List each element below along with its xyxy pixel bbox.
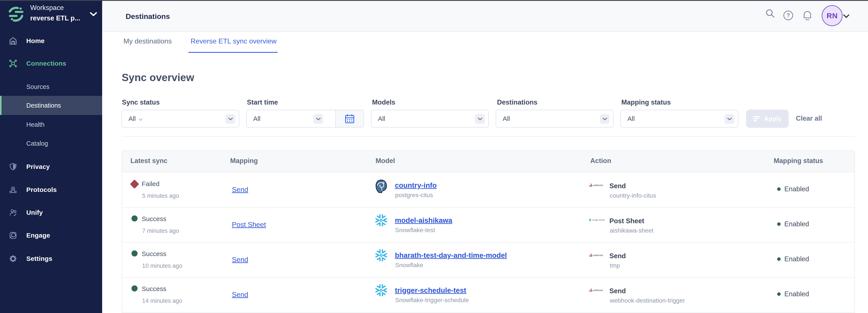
svg-text:?: ?: [786, 12, 790, 19]
